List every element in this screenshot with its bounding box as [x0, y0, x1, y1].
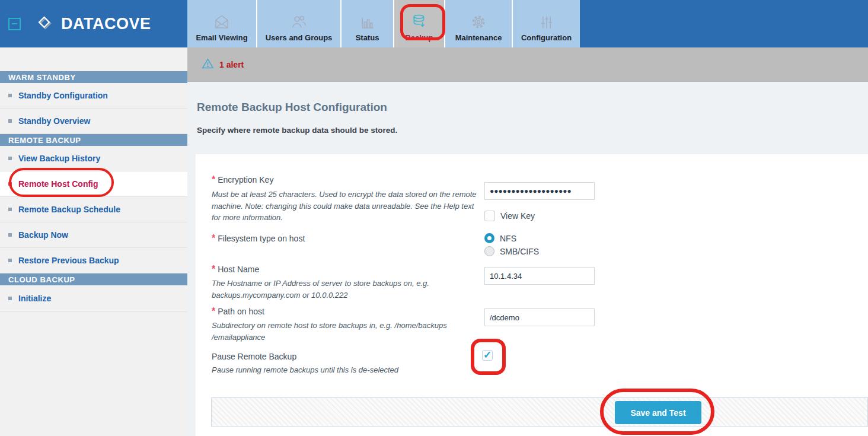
- sidebar-item-standby-configuration[interactable]: Standby Configuration: [0, 83, 187, 109]
- tab-label: Maintenance: [455, 33, 502, 42]
- pause-remote-backup-description: Pause running remote backups until this …: [212, 364, 477, 376]
- sidebar-item-label: Standby Configuration: [18, 91, 108, 100]
- sidebar-item-remote-backup-schedule[interactable]: Remote Backup Schedule: [0, 197, 187, 222]
- form-panel: *Encryption Key Must be at least 25 char…: [196, 154, 868, 436]
- datacove-diamond-logo-icon: [35, 13, 54, 34]
- page-title: Remote Backup Host Configuration: [197, 101, 387, 114]
- main-content: Remote Backup Host Configuration Specify…: [187, 82, 868, 436]
- path-on-host-input[interactable]: [484, 308, 595, 326]
- sidebar-section-remote-backup: REMOTE BACKUP: [0, 134, 187, 146]
- database-icon: [410, 12, 428, 31]
- sidebar-section-cloud-backup: CLOUD BACKUP: [0, 273, 187, 285]
- sidebar-item-standby-overview[interactable]: Standby Overview: [0, 109, 187, 134]
- required-asterisk: *: [212, 174, 215, 184]
- square-bullet-icon: [8, 233, 12, 237]
- encryption-key-input[interactable]: [484, 182, 595, 200]
- sidebar-section-warm-standby: WARM STANDBY: [0, 71, 187, 83]
- square-bullet-icon: [8, 94, 12, 97]
- alert-count[interactable]: 1 alert: [219, 60, 244, 69]
- sidebar-item-label: Initialize: [18, 294, 51, 303]
- sidebar-item-backup-now[interactable]: Backup Now: [0, 222, 187, 248]
- sidebar-item-label: Restore Previous Backup: [18, 256, 119, 265]
- tab-backup[interactable]: Backup: [394, 0, 445, 47]
- pause-remote-backup-checkbox[interactable]: [482, 350, 493, 361]
- users-icon: [290, 12, 308, 31]
- sidebar-item-view-backup-history[interactable]: View Backup History: [0, 146, 187, 171]
- required-asterisk: *: [212, 233, 215, 243]
- minus-icon: [12, 23, 17, 24]
- page-subtitle: Specify where remote backup data should …: [197, 126, 397, 135]
- host-name-input[interactable]: [484, 267, 595, 285]
- path-on-host-label: *Path on host: [212, 306, 264, 317]
- warning-triangle-icon: [202, 58, 214, 72]
- app-header: DATACOVE Email Viewing: [0, 0, 868, 47]
- sidebar-item-restore-previous-backup[interactable]: Restore Previous Backup: [0, 248, 187, 273]
- brand: DATACOVE: [8, 0, 151, 47]
- host-name-label: *Host Name: [212, 264, 259, 275]
- tab-users-and-groups[interactable]: Users and Groups: [257, 0, 342, 47]
- nfs-label: NFS: [500, 234, 516, 243]
- pause-remote-backup-label: Pause Remote Backup: [212, 352, 296, 361]
- required-asterisk: *: [212, 306, 215, 316]
- sliders-icon: [538, 12, 556, 31]
- tab-label: Status: [356, 33, 379, 42]
- tab-configuration[interactable]: Configuration: [513, 0, 580, 47]
- encryption-key-label: *Encryption Key: [212, 174, 273, 185]
- smb-cifs-radio[interactable]: [484, 246, 494, 256]
- brand-name: DATACOVE: [61, 15, 151, 33]
- required-asterisk: *: [212, 264, 215, 274]
- sidebar-item-label: Standby Overview: [18, 116, 90, 126]
- view-key-label: View Key: [500, 211, 535, 221]
- envelope-icon: [213, 12, 231, 31]
- tab-label: Configuration: [521, 33, 572, 42]
- square-bullet-icon: [8, 208, 12, 211]
- path-on-host-description: Subdirectory on remote host to store bac…: [212, 320, 477, 343]
- host-name-description: The Hostname or IP Address of server to …: [212, 278, 477, 301]
- encryption-key-description: Must be at least 25 characters. Used to …: [212, 189, 477, 224]
- datacove-app: DATACOVE Email Viewing: [0, 0, 868, 436]
- tab-label: Users and Groups: [266, 33, 333, 42]
- view-key-checkbox[interactable]: [484, 211, 495, 221]
- square-bullet-icon: [8, 157, 12, 160]
- filesystem-type-label: *Filesystem type on host: [212, 233, 305, 244]
- square-bullet-icon: [8, 119, 12, 123]
- sidebar-item-label: View Backup History: [18, 154, 100, 163]
- sidebar-spacer: [0, 47, 187, 71]
- square-bullet-icon: [8, 297, 12, 300]
- sidebar-item-label: Remote Host Config: [18, 179, 98, 189]
- bar-chart-icon: [359, 12, 376, 31]
- sidebar-item-label: Backup Now: [18, 230, 68, 240]
- save-and-test-button[interactable]: Save and Test: [615, 401, 701, 424]
- tab-bar: Email Viewing Users and Groups: [187, 0, 580, 47]
- sidebar-nav: WARM STANDBY Standby Configuration Stand…: [0, 47, 187, 436]
- alert-bar: 1 alert: [187, 47, 868, 82]
- sidebar-item-label: Remote Backup Schedule: [18, 205, 120, 214]
- nfs-radio[interactable]: [484, 233, 494, 243]
- tab-label: Backup: [406, 33, 433, 42]
- sidebar-item-initialize[interactable]: Initialize: [0, 285, 187, 312]
- square-bullet-icon: [8, 182, 12, 186]
- square-bullet-icon: [8, 259, 12, 262]
- tab-status[interactable]: Status: [342, 0, 394, 47]
- sidebar-collapse-button[interactable]: [8, 18, 21, 30]
- tab-email-viewing[interactable]: Email Viewing: [187, 0, 257, 47]
- gear-icon: [470, 12, 487, 31]
- smb-cifs-label: SMB/CIFS: [500, 247, 539, 256]
- form-footer-bar: [211, 397, 868, 427]
- tab-label: Email Viewing: [196, 33, 247, 42]
- sidebar-item-remote-host-config[interactable]: Remote Host Config: [0, 171, 187, 197]
- tab-maintenance[interactable]: Maintenance: [445, 0, 513, 47]
